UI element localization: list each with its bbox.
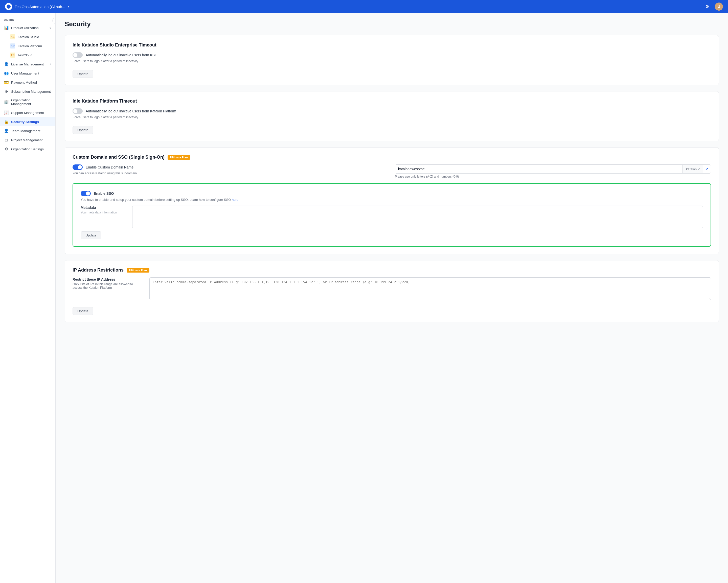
subscription-management-icon: ⊙	[4, 89, 8, 94]
top-header: TestOps Automation (Github... ▾ ⚙ U	[0, 0, 728, 13]
sso-toggle-row: Enable SSO	[81, 191, 703, 196]
sidebar-label-payment-method: Payment Method	[11, 81, 51, 84]
sso-metadata-row: Metadata Your meta data information	[81, 205, 703, 228]
metadata-label: Metadata	[81, 205, 126, 210]
testcloud-icon: TC	[10, 53, 15, 58]
sidebar-label-support-management: Support Management	[11, 111, 51, 115]
sidebar-item-payment-method[interactable]: 💳 Payment Method	[0, 78, 55, 87]
ip-restrict-title: Restrict these IP Address	[73, 277, 143, 281]
sidebar-item-team-management[interactable]: 👤 Team Management	[0, 126, 55, 135]
custom-domain-input[interactable]	[395, 165, 682, 173]
admin-label: ADMIN	[0, 17, 55, 23]
sidebar-item-license-management[interactable]: 👤 License Management ∧	[0, 60, 55, 69]
katalon-studio-label: Katalon Studio	[18, 35, 39, 39]
idle-kse-title: Idle Katalon Studio Enterprise Timeout	[73, 43, 711, 48]
ip-address-section: IP Address Restrictions Ultimate Plan Re…	[65, 260, 719, 322]
project-management-icon: □	[4, 138, 8, 142]
sso-toggle-label: Enable SSO	[94, 192, 114, 195]
custom-domain-input-wrapper: .katalon.io ↗	[395, 164, 711, 173]
app-title-chevron[interactable]: ▾	[68, 5, 69, 8]
custom-domain-toggle[interactable]	[73, 164, 83, 170]
idle-kse-toggle-row: Automatically log out inactive users fro…	[73, 52, 711, 58]
user-avatar[interactable]: U	[715, 2, 723, 10]
sidebar-item-katalon-studio[interactable]: KS Katalon Studio	[0, 32, 55, 41]
idle-kse-update-button[interactable]: Update	[73, 70, 93, 78]
katalon-platform-label: Katalon Platform	[18, 44, 42, 48]
domain-hint: Please use only letters (A-Z) and number…	[395, 175, 711, 178]
idle-kp-section: Idle Katalon Platform Timeout Automatica…	[65, 91, 719, 141]
idle-kse-toggle[interactable]	[73, 52, 83, 58]
custom-domain-left: Enable Custom Domain Name You can access…	[73, 164, 389, 179]
sidebar-item-katalon-platform[interactable]: KP Katalon Platform	[0, 41, 55, 51]
metadata-sublabel: Your meta data information	[81, 211, 126, 214]
product-utilization-icon: 📊	[4, 26, 8, 30]
testcloud-label: TestCloud	[18, 53, 32, 57]
ip-address-update-button[interactable]: Update	[73, 307, 93, 315]
idle-kp-update-button[interactable]: Update	[73, 126, 93, 134]
idle-kp-toggle-row: Automatically log out inactive users fro…	[73, 108, 711, 114]
sidebar-label-subscription-management: Subscription Management	[11, 90, 51, 93]
sidebar-item-support-management[interactable]: 📈 Support Management	[0, 108, 55, 117]
app-logo	[5, 3, 12, 10]
custom-domain-sso-section: Custom Domain and SSO (Single Sign-On) U…	[65, 147, 719, 254]
payment-method-icon: 💳	[4, 80, 8, 85]
support-management-icon: 📈	[4, 110, 8, 115]
sso-subsection: Enable SSO You have to enable and setup …	[73, 183, 711, 247]
sso-toggle[interactable]	[81, 191, 91, 196]
custom-domain-toggle-row: Enable Custom Domain Name	[73, 164, 389, 170]
idle-kp-title: Idle Katalon Platform Timeout	[73, 99, 711, 104]
custom-domain-sso-title: Custom Domain and SSO (Single Sign-On) U…	[73, 155, 711, 160]
sidebar-item-subscription-management[interactable]: ⊙ Subscription Management	[0, 87, 55, 96]
main-content: Security Idle Katalon Studio Enterprise …	[56, 13, 728, 583]
sso-update-button[interactable]: Update	[81, 231, 101, 239]
security-settings-icon: 🔒	[4, 119, 8, 124]
custom-domain-row: Enable Custom Domain Name You can access…	[73, 164, 711, 179]
idle-kse-section: Idle Katalon Studio Enterprise Timeout A…	[65, 35, 719, 85]
metadata-textarea[interactable]	[132, 205, 703, 228]
sidebar-item-organization-settings[interactable]: ⚙ Organization Settings	[0, 144, 55, 154]
user-management-icon: 👥	[4, 71, 8, 76]
app-title[interactable]: TestOps Automation (Github...	[15, 4, 65, 9]
domain-external-link-icon[interactable]: ↗	[703, 165, 711, 173]
license-management-arrow: ∧	[49, 63, 51, 66]
sidebar-label-project-management: Project Management	[11, 138, 51, 142]
sidebar-item-testcloud[interactable]: TC TestCloud	[0, 51, 55, 60]
domain-suffix: .katalon.io	[682, 165, 703, 173]
sidebar-item-organization-management[interactable]: 🏢 Organization Management	[0, 96, 55, 108]
ip-restrict-left: Restrict these IP Address Only lists of …	[73, 277, 143, 289]
ip-address-plan-badge: Ultimate Plan	[127, 268, 149, 273]
custom-domain-helper: You can access Katalon using this subdom…	[73, 171, 389, 175]
sidebar-item-user-management[interactable]: 👥 User Management	[0, 69, 55, 78]
sidebar-label-organization-management: Organization Management	[11, 98, 51, 106]
idle-kse-toggle-label: Automatically log out inactive users fro…	[86, 53, 157, 57]
katalon-studio-icon: KS	[10, 34, 15, 39]
sidebar-item-security-settings[interactable]: 🔒 Security Settings	[0, 117, 55, 126]
sidebar-item-project-management[interactable]: □ Project Management	[0, 135, 55, 144]
sidebar-label-product-utilization: Product Utilization	[11, 26, 47, 30]
logo-inner	[6, 4, 10, 8]
sso-learn-link[interactable]: here	[232, 198, 238, 201]
sidebar-label-team-management: Team Management	[11, 129, 51, 133]
sidebar-item-product-utilization[interactable]: 📊 Product Utilization ∨	[0, 23, 55, 32]
organization-management-icon: 🏢	[4, 100, 8, 104]
header-left: TestOps Automation (Github... ▾	[5, 3, 69, 10]
sidebar: ‹ ADMIN 📊 Product Utilization ∨ KS Katal…	[0, 13, 56, 583]
ip-address-title: IP Address Restrictions Ultimate Plan	[73, 268, 711, 273]
license-management-icon: 👤	[4, 62, 8, 66]
idle-kse-helper: Force users to logout after a period of …	[73, 59, 711, 63]
sidebar-label-security-settings: Security Settings	[11, 120, 51, 124]
sidebar-label-license-management: License Management	[11, 62, 47, 66]
custom-domain-toggle-label: Enable Custom Domain Name	[86, 165, 133, 169]
idle-kp-helper: Force users to logout after a period of …	[73, 115, 711, 119]
custom-domain-right: .katalon.io ↗ Please use only letters (A…	[395, 164, 711, 178]
sidebar-label-user-management: User Management	[11, 72, 51, 75]
katalon-platform-icon: KP	[10, 44, 15, 49]
ip-restrict-row: Restrict these IP Address Only lists of …	[73, 277, 711, 300]
ip-address-textarea[interactable]	[149, 277, 711, 300]
idle-kp-toggle[interactable]	[73, 108, 83, 114]
sidebar-label-organization-settings: Organization Settings	[11, 147, 51, 151]
idle-kp-toggle-label: Automatically log out inactive users fro…	[86, 109, 176, 113]
organization-settings-icon: ⚙	[4, 147, 8, 151]
settings-icon[interactable]: ⚙	[703, 2, 711, 10]
app-layout: ‹ ADMIN 📊 Product Utilization ∨ KS Katal…	[0, 13, 728, 583]
